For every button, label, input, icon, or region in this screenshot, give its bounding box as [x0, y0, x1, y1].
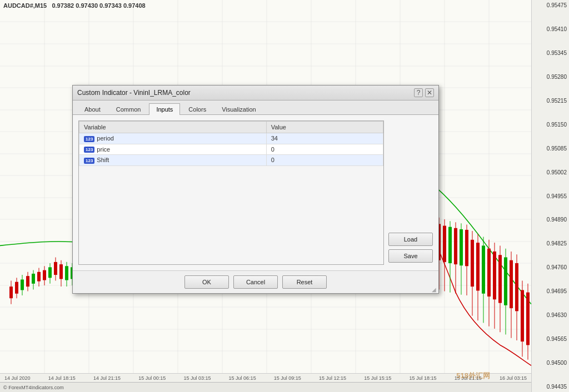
- col-value: Value: [266, 122, 383, 133]
- svg-rect-34: [26, 276, 29, 287]
- svg-rect-202: [493, 252, 496, 299]
- price-level-11: 0.94825: [534, 240, 567, 247]
- row1-value[interactable]: 34: [266, 133, 383, 144]
- price-text: 0.97382 0.97430 0.97343 0.97408: [52, 2, 145, 9]
- time-label-12: 16 Jul 03:15: [500, 375, 527, 381]
- svg-rect-208: [510, 260, 513, 308]
- ok-button[interactable]: OK: [184, 275, 229, 289]
- table-row[interactable]: 123period 34: [79, 133, 383, 144]
- tab-about[interactable]: About: [77, 103, 108, 115]
- row3-var-name: Shift: [97, 157, 109, 163]
- time-label-5: 15 Jul 03:15: [183, 375, 211, 381]
- row2-variable: 123price: [79, 144, 267, 155]
- watermark-right: 518外汇网: [456, 371, 490, 381]
- price-level-6: 0.95150: [534, 122, 567, 128]
- load-button[interactable]: Load: [388, 233, 433, 246]
- tab-visualization[interactable]: Visualization: [214, 103, 263, 115]
- svg-rect-28: [9, 287, 13, 298]
- time-axis: 14 Jul 2020 14 Jul 18:15 14 Jul 21:15 15…: [0, 373, 531, 382]
- svg-rect-32: [21, 279, 24, 290]
- price-level-2: 0.95410: [534, 26, 567, 32]
- svg-rect-48: [65, 266, 68, 280]
- dialog-content: Variable Value 123period 34: [73, 115, 438, 270]
- row1-variable: 123period: [79, 133, 267, 144]
- inputs-table: Variable Value 123period 34: [79, 121, 383, 166]
- row3-variable: 123Shift: [79, 155, 267, 166]
- type-badge-2: 123: [84, 147, 94, 153]
- time-label-8: 15 Jul 12:15: [319, 375, 346, 381]
- row3-value[interactable]: 0: [266, 155, 383, 166]
- row1-var-name: period: [97, 135, 114, 142]
- price-level-8: 0.95002: [534, 169, 567, 175]
- svg-rect-196: [476, 243, 480, 290]
- cancel-button[interactable]: Cancel: [233, 275, 278, 289]
- tab-inputs[interactable]: Inputs: [149, 103, 180, 115]
- svg-rect-40: [43, 270, 46, 280]
- watermark-left: © ForexMT4Indicators.com: [3, 385, 64, 390]
- price-level-3: 0.95345: [534, 50, 567, 56]
- dialog-help-button[interactable]: ?: [414, 88, 423, 97]
- symbol-info: AUDCAD#,M15 0.97382 0.97430 0.97343 0.97…: [3, 2, 146, 9]
- svg-rect-206: [504, 257, 507, 305]
- price-level-10: 0.94890: [534, 217, 567, 223]
- svg-rect-38: [37, 272, 41, 282]
- time-label-1: 14 Jul 2020: [4, 375, 31, 381]
- row2-value[interactable]: 0: [266, 144, 383, 155]
- time-label-7: 15 Jul 09:15: [274, 375, 301, 381]
- table-row[interactable]: 123price 0: [79, 144, 383, 155]
- price-level-1: 0.95475: [534, 2, 567, 8]
- svg-rect-204: [498, 255, 502, 303]
- svg-rect-30: [15, 282, 18, 294]
- type-badge-1: 123: [84, 136, 94, 142]
- tab-common[interactable]: Common: [109, 103, 148, 115]
- reset-button[interactable]: Reset: [282, 275, 327, 289]
- price-level-15: 0.94565: [534, 336, 567, 342]
- price-level-12: 0.94760: [534, 264, 567, 270]
- tab-colors[interactable]: Colors: [181, 103, 213, 115]
- svg-rect-190: [460, 229, 463, 265]
- price-level-17: 0.94435: [534, 384, 567, 390]
- dialog-close-button[interactable]: ✕: [425, 88, 434, 97]
- type-badge-3: 123: [84, 158, 94, 164]
- price-level-13: 0.94695: [534, 288, 567, 294]
- svg-rect-36: [32, 274, 35, 284]
- svg-rect-42: [48, 267, 52, 278]
- time-label-3: 14 Jul 21:15: [93, 375, 121, 381]
- time-label-2: 14 Jul 18:15: [48, 375, 76, 381]
- time-label-10: 15 Jul 18:15: [409, 375, 436, 381]
- dialog: Custom Indicator - VininI_LRMA_color ? ✕…: [72, 85, 439, 294]
- price-level-5: 0.95215: [534, 98, 567, 104]
- price-level-7: 0.95085: [534, 145, 567, 152]
- time-label-9: 15 Jul 15:15: [364, 375, 391, 381]
- table-row[interactable]: 123Shift 0: [79, 155, 383, 166]
- svg-rect-188: [454, 228, 457, 264]
- svg-rect-212: [521, 290, 524, 341]
- svg-rect-184: [443, 226, 446, 262]
- col-variable: Variable: [79, 122, 267, 133]
- symbol-text: AUDCAD#,M15: [3, 2, 47, 9]
- svg-rect-214: [526, 293, 530, 345]
- price-level-9: 0.94955: [534, 193, 567, 199]
- svg-rect-200: [487, 249, 491, 296]
- time-label-4: 15 Jul 00:15: [138, 375, 166, 381]
- svg-rect-46: [59, 264, 63, 279]
- tab-bar: About Common Inputs Colors Visualization: [73, 100, 438, 115]
- dialog-controls: ? ✕: [414, 88, 434, 97]
- svg-rect-192: [465, 230, 468, 266]
- dialog-titlebar[interactable]: Custom Indicator - VininI_LRMA_color ? ✕: [73, 86, 438, 100]
- svg-rect-186: [448, 227, 452, 263]
- time-label-6: 15 Jul 06:15: [229, 375, 256, 381]
- dialog-title: Custom Indicator - VininI_LRMA_color: [77, 89, 191, 97]
- bottom-bar: © ForexMT4Indicators.com 518外汇网: [0, 382, 531, 392]
- resize-handle[interactable]: ◢: [432, 287, 437, 292]
- price-level-14: 0.94630: [534, 312, 567, 318]
- inputs-table-container: Variable Value 123period 34: [78, 120, 384, 265]
- price-level-4: 0.95280: [534, 74, 567, 80]
- side-buttons-area: Load Save: [388, 120, 433, 265]
- price-level-16: 0.94500: [534, 360, 567, 366]
- row2-var-name: price: [97, 146, 110, 153]
- save-button[interactable]: Save: [388, 249, 433, 263]
- svg-rect-210: [515, 263, 518, 311]
- svg-rect-198: [482, 245, 485, 293]
- dialog-footer: OK Cancel Reset: [73, 270, 438, 293]
